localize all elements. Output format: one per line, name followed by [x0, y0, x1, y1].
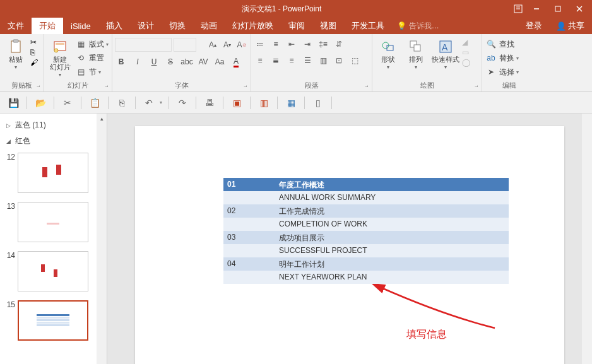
annotation-label: 填写信息 — [406, 328, 447, 341]
macros-button[interactable]: ▦ — [284, 96, 298, 110]
layout-button[interactable]: ▦版式▾ — [74, 38, 109, 50]
normal-view-button[interactable]: ▥ — [257, 96, 271, 110]
chevron-right-icon: ▷ — [6, 122, 13, 129]
svg-rect-19 — [37, 317, 69, 319]
tab-devtools[interactable]: 开发工具 — [344, 18, 392, 34]
menu-bar: 文件 开始 iSlide 插入 设计 切换 动画 幻灯片放映 审阅 视图 开发工… — [0, 18, 592, 34]
underline-button[interactable]: U — [148, 56, 160, 68]
group-editing-label: 编辑 — [485, 79, 534, 91]
italic-button[interactable]: I — [131, 56, 144, 68]
redo-button[interactable]: ↷ — [175, 96, 189, 110]
quick-access-toolbar: 💾 📂 ✂ 📋 ⎘ ↶▾ ↷ 🖶 ▣ ▥ ▦ ▯ — [0, 92, 592, 114]
indent-increase-button[interactable]: ⇥ — [301, 38, 314, 50]
replace-button[interactable]: ab替换▾ — [485, 52, 519, 64]
section-button[interactable]: ▤节▾ — [74, 66, 109, 78]
shadow-button[interactable]: abc — [181, 56, 193, 68]
save-button[interactable]: 💾 — [6, 96, 20, 110]
minimize-button[interactable] — [526, 2, 547, 16]
indent-decrease-button[interactable]: ⇤ — [285, 38, 298, 50]
share-button[interactable]: 👤 共享 — [552, 20, 588, 32]
group-paragraph-label: 段落 — [254, 79, 369, 91]
tab-insert[interactable]: 插入 — [98, 18, 130, 34]
align-center-button[interactable]: ≣ — [269, 54, 282, 67]
clear-format-button[interactable]: A⊘ — [235, 38, 248, 51]
slide-thumb-14[interactable]: 14 — [4, 251, 93, 291]
tab-transition[interactable]: 切换 — [162, 18, 193, 34]
text-direction-button[interactable]: ⇵ — [333, 38, 345, 50]
qat-cut-button[interactable]: ✂ — [61, 96, 74, 110]
copy-button[interactable]: ⎘ — [30, 48, 38, 57]
close-button[interactable] — [569, 2, 589, 16]
maximize-button[interactable] — [548, 2, 568, 16]
svg-rect-21 — [37, 322, 69, 324]
tab-slideshow[interactable]: 幻灯片放映 — [225, 18, 281, 34]
shrink-font-button[interactable]: A▾ — [221, 38, 234, 51]
smartart-button[interactable]: ⬚ — [348, 54, 361, 67]
group-drawing-label: 绘图 — [375, 79, 479, 91]
thumbs-scrollbar[interactable]: ▴ — [97, 114, 107, 364]
shape-fill-button[interactable]: ◢ — [462, 38, 470, 47]
slide-thumb-15[interactable]: 15 — [4, 300, 93, 341]
quickstyle-icon: A — [438, 39, 453, 54]
title-bar: 演示文稿1 - PowerPoint — [0, 0, 592, 18]
from-current-button[interactable]: ▯ — [311, 96, 325, 110]
open-button[interactable]: 📂 — [33, 96, 47, 110]
paste-button[interactable]: 粘贴 ▾ — [3, 38, 29, 71]
shapes-button[interactable]: 形状▾ — [375, 38, 401, 71]
copy-icon: ⎘ — [30, 48, 35, 57]
section-blue[interactable]: ▷蓝色 (11) — [3, 117, 95, 133]
search-icon: 🔍 — [485, 38, 497, 50]
bold-button[interactable]: B — [115, 56, 127, 68]
quickstyle-button[interactable]: A 快速样式▾ — [430, 38, 461, 71]
select-button[interactable]: ➤选择▾ — [485, 66, 519, 78]
svg-rect-20 — [37, 319, 69, 321]
tab-animation[interactable]: 动画 — [193, 18, 225, 34]
scroll-up-icon[interactable]: ▴ — [97, 114, 107, 124]
slide-thumb-13[interactable]: 13 ▬▬ — [4, 202, 93, 242]
qat-paste-button[interactable]: 📋 — [88, 96, 102, 110]
section-red[interactable]: ◢红色 — [3, 133, 95, 149]
tab-file[interactable]: 文件 — [0, 18, 32, 34]
slide-canvas[interactable]: 01年度工作概述 ANNUAL WORK SUMMARY 02工作完成情况 CO… — [135, 126, 564, 364]
tab-islide[interactable]: iSlide — [63, 18, 98, 34]
format-painter-button[interactable]: 🖌 — [30, 58, 38, 67]
font-color-button[interactable]: A — [230, 56, 242, 68]
change-case-button[interactable]: Aa — [213, 56, 226, 68]
align-right-button[interactable]: ≡ — [285, 54, 298, 67]
char-spacing-button[interactable]: AV — [197, 56, 210, 68]
font-family-select[interactable] — [115, 38, 172, 52]
cut-button[interactable]: ✂ — [30, 38, 38, 47]
cursor-icon: ➤ — [485, 66, 497, 78]
print-button[interactable]: 🖶 — [203, 96, 216, 110]
font-size-select[interactable] — [174, 38, 196, 52]
columns-button[interactable]: ▥ — [317, 54, 329, 67]
line-spacing-button[interactable]: ‡≡ — [317, 38, 329, 50]
qat-copy-button[interactable]: ⎘ — [115, 96, 129, 110]
tab-home[interactable]: 开始 — [32, 18, 63, 34]
shape-effects-button[interactable]: ◯ — [462, 58, 470, 67]
new-slide-button[interactable]: 新建 幻灯片 ▾ — [47, 38, 73, 79]
grow-font-button[interactable]: A▴ — [206, 38, 219, 51]
reset-button[interactable]: ⟲重置 — [74, 52, 109, 64]
login-button[interactable]: 登录 — [518, 20, 550, 32]
agenda-table[interactable]: 01年度工作概述 ANNUAL WORK SUMMARY 02工作完成情况 CO… — [223, 178, 509, 284]
align-text-button[interactable]: ⊡ — [333, 54, 345, 67]
tab-view[interactable]: 视图 — [312, 18, 344, 34]
tab-review[interactable]: 审阅 — [281, 18, 312, 34]
slideshow-button[interactable]: ▣ — [230, 96, 244, 110]
arrange-button[interactable]: 排列▾ — [403, 38, 429, 71]
tab-design[interactable]: 设计 — [130, 18, 162, 34]
canvas-scrollbar[interactable] — [582, 114, 592, 364]
find-button[interactable]: 🔍查找 — [485, 38, 519, 50]
justify-button[interactable]: ☰ — [301, 54, 314, 67]
slide-thumb-12[interactable]: 12 — [4, 153, 93, 193]
ribbon-options-icon[interactable] — [510, 2, 526, 16]
shape-outline-button[interactable]: ▭ — [462, 48, 470, 57]
window-title: 演示文稿1 - PowerPoint — [53, 4, 510, 15]
strike-button[interactable]: S — [164, 56, 177, 68]
undo-button[interactable]: ↶ — [142, 96, 156, 110]
align-left-button[interactable]: ≡ — [254, 54, 266, 67]
numbering-button[interactable]: ≡ — [269, 38, 282, 50]
tell-me-search[interactable]: 💡 告诉我… — [392, 21, 444, 32]
bullets-button[interactable]: ≔ — [254, 38, 266, 50]
